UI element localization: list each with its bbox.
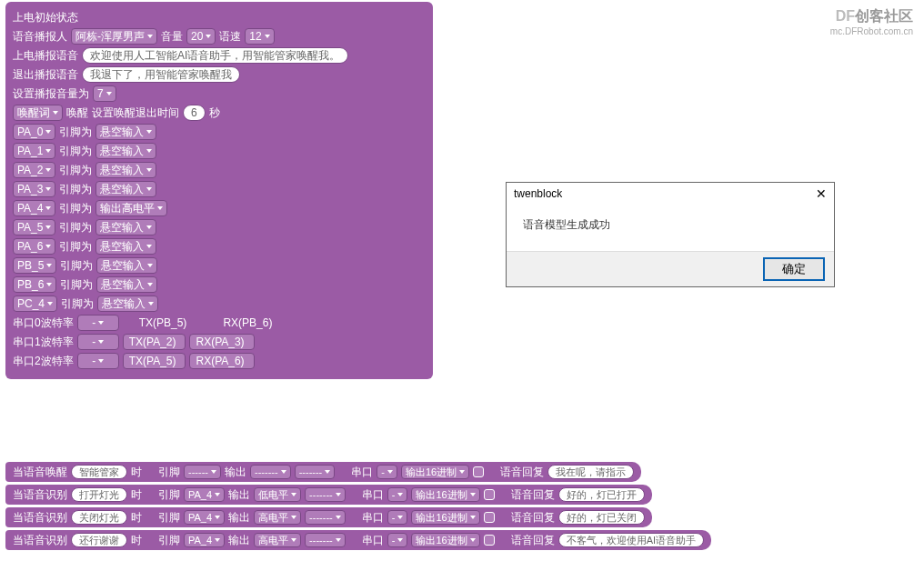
event-out-dropdown[interactable]: ------- (250, 465, 291, 479)
volume-dropdown[interactable]: 20 (186, 28, 216, 45)
pin-mode-dropdown[interactable]: 悬空输入 (96, 276, 157, 293)
pin-name-dropdown[interactable]: PC_4 (13, 296, 57, 312)
pin-mode-dropdown[interactable]: 悬空输入 (95, 124, 156, 140)
voice-person-dropdown[interactable]: 阿栋-浑厚男声 (71, 28, 157, 45)
voice-event-block[interactable]: 当语音识别关闭灯光时引脚PA_4输出高电平-------串口-输出16进制语音回… (5, 507, 652, 527)
serial-rx-dropdown[interactable]: RX(PA_3) (189, 334, 254, 350)
reply-text-input[interactable]: 不客气，欢迎使用AI语音助手 (558, 533, 704, 547)
pin-mode-dropdown[interactable]: 悬空输入 (97, 296, 158, 312)
baud-dropdown[interactable]: - (77, 334, 119, 350)
trigger-word-input[interactable]: 智能管家 (71, 465, 127, 479)
event-pin-dropdown[interactable]: PA_4 (184, 487, 225, 502)
pin-mode-dropdown[interactable]: 输出高电平 (95, 200, 167, 216)
pin-mode-dropdown[interactable]: 悬空输入 (95, 181, 156, 197)
baud-dropdown[interactable]: - (77, 353, 119, 369)
voice-event-block[interactable]: 当语音识别打开灯光时引脚PA_4输出低电平-------串口-输出16进制语音回… (5, 485, 652, 505)
event-checkbox[interactable] (473, 466, 484, 477)
reply-text-input[interactable]: 好的，灯已打开 (558, 487, 645, 502)
event-out-dropdown[interactable]: 低电平 (254, 487, 301, 502)
speed-dropdown[interactable]: 12 (245, 28, 274, 45)
event-hex-dropdown[interactable]: 输出16进制 (411, 487, 479, 502)
panel-title: 上电初始状态 (13, 10, 78, 25)
event-serial-dropdown[interactable]: - (387, 510, 408, 525)
pin-name-dropdown[interactable]: PA_1 (13, 143, 55, 159)
pin-name-dropdown[interactable]: PA_3 (13, 181, 55, 197)
pin-mode-dropdown[interactable]: 悬空输入 (95, 143, 156, 159)
event-serial-dropdown[interactable]: - (387, 533, 408, 547)
pin-name-dropdown[interactable]: PA_2 (13, 162, 55, 178)
trigger-word-input[interactable]: 打开灯光 (71, 487, 127, 502)
set-volume-dropdown[interactable]: 7 (93, 85, 116, 102)
pin-name-dropdown[interactable]: PA_0 (13, 124, 55, 140)
pin-mode-dropdown[interactable]: 悬空输入 (95, 238, 156, 255)
pin-mode-dropdown[interactable]: 悬空输入 (96, 257, 157, 274)
watermark: DF创客社区 mc.DFRobot.com.cn (830, 7, 913, 36)
pin-name-dropdown[interactable]: PA_5 (13, 219, 55, 235)
trigger-word-input[interactable]: 关闭灯光 (71, 510, 127, 525)
trigger-word-input[interactable]: 还行谢谢 (71, 533, 127, 547)
event-out-dropdown[interactable]: 高电平 (254, 533, 301, 547)
init-block-panel: 上电初始状态 语音播报人 阿栋-浑厚男声 音量 20 语速 12 上电播报语音 … (5, 2, 433, 379)
event-extra-dropdown[interactable]: ------- (295, 465, 336, 479)
event-checkbox[interactable] (484, 512, 495, 523)
event-checkbox[interactable] (484, 535, 495, 546)
ok-button[interactable]: 确定 (763, 257, 825, 281)
pin-name-dropdown[interactable]: PB_6 (13, 276, 56, 293)
close-icon[interactable]: ✕ (816, 186, 827, 201)
event-checkbox[interactable] (484, 489, 495, 500)
voice-event-block[interactable]: 当语音识别还行谢谢时引脚PA_4输出高电平-------串口-输出16进制语音回… (5, 530, 711, 550)
event-out-dropdown[interactable]: 高电平 (254, 510, 301, 525)
serial-tx-dropdown[interactable]: TX(PA_2) (123, 334, 186, 350)
event-pin-dropdown[interactable]: PA_4 (184, 533, 225, 547)
pin-mode-dropdown[interactable]: 悬空输入 (95, 219, 156, 235)
reply-text-input[interactable]: 好的，灯已关闭 (558, 510, 645, 525)
event-extra-dropdown[interactable]: ------- (305, 510, 346, 525)
wake-exit-time-input[interactable]: 6 (183, 105, 206, 121)
exit-voice-input[interactable]: 我退下了，用智能管家唤醒我 (82, 66, 240, 83)
pin-name-dropdown[interactable]: PB_5 (13, 257, 56, 274)
message-dialog: twenblock ✕ 语音模型生成成功 确定 (506, 182, 835, 287)
event-hex-dropdown[interactable]: 输出16进制 (411, 510, 479, 525)
dialog-message: 语音模型生成成功 (507, 205, 834, 251)
dialog-title: twenblock (514, 187, 562, 200)
serial-rx-dropdown[interactable]: RX(PA_6) (189, 353, 254, 369)
serial-tx-dropdown[interactable]: TX(PA_5) (123, 353, 186, 369)
pin-name-dropdown[interactable]: PA_4 (13, 200, 55, 216)
reply-text-input[interactable]: 我在呢，请指示 (547, 465, 634, 479)
voice-event-block[interactable]: 当语音唤醒智能管家时引脚------输出--------------串口-输出1… (5, 462, 641, 482)
event-extra-dropdown[interactable]: ------- (305, 487, 346, 502)
event-serial-dropdown[interactable]: - (387, 487, 408, 502)
event-serial-dropdown[interactable]: - (377, 465, 397, 479)
event-pin-dropdown[interactable]: PA_4 (184, 510, 225, 525)
event-extra-dropdown[interactable]: ------- (305, 533, 346, 547)
pin-name-dropdown[interactable]: PA_6 (13, 238, 55, 255)
baud-dropdown[interactable]: - (77, 315, 119, 331)
event-pin-dropdown[interactable]: ------ (184, 465, 221, 479)
wake-word-dropdown[interactable]: 唤醒词 (13, 105, 63, 121)
pin-mode-dropdown[interactable]: 悬空输入 (95, 162, 156, 178)
event-hex-dropdown[interactable]: 输出16进制 (401, 465, 469, 479)
boot-voice-input[interactable]: 欢迎使用人工智能AI语音助手，用智能管家唤醒我。 (82, 47, 348, 64)
event-hex-dropdown[interactable]: 输出16进制 (411, 533, 479, 547)
